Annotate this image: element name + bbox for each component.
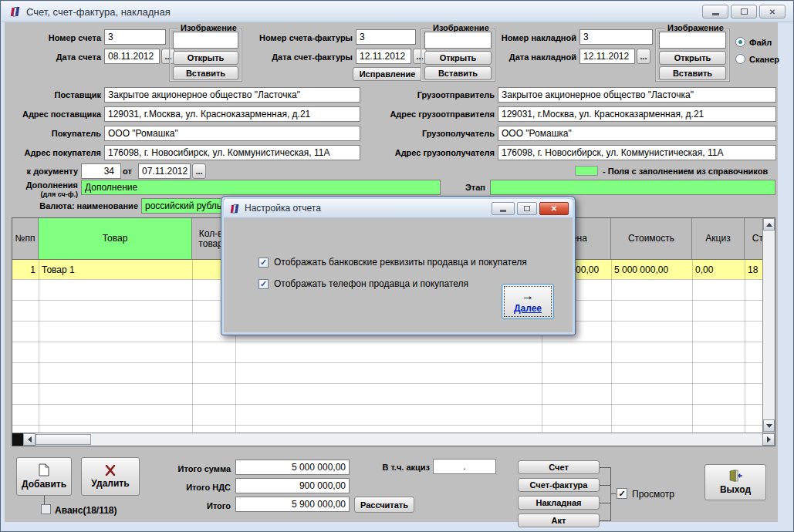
dialog-title: Настройка отчета (245, 203, 321, 214)
bracket-line (610, 467, 611, 521)
cell-product: Товар 1 (42, 260, 75, 280)
waybill-image-open-button[interactable]: Открыть (659, 51, 726, 65)
exit-button[interactable]: Выход (704, 464, 766, 500)
bracket-line (600, 467, 610, 468)
preview-checkbox[interactable]: ✓ (617, 488, 627, 499)
cell-rate: 18 (748, 260, 758, 280)
supplier-address-label: Адрес поставщика (5, 106, 101, 122)
additions-input[interactable]: Дополнение (81, 180, 441, 195)
arrow-right-icon: → (522, 290, 534, 302)
supplier-address-input[interactable]: 129031, г.Москва, ул. Красноказарменная,… (104, 106, 360, 122)
total-vat-label: Итого НДС (124, 480, 231, 495)
facture-image-paste-button[interactable]: Вставить (424, 66, 492, 80)
shipper-input[interactable]: Закрытое акционерное общество "Ласточка" (498, 87, 776, 103)
invoice-image-paste-button[interactable]: Вставить (173, 66, 238, 80)
scroll-up-button[interactable] (763, 218, 775, 231)
cell-excise: 0,00 (695, 260, 713, 280)
phone-checkbox[interactable]: ✓ (258, 279, 269, 289)
supplier-label: Поставщик (5, 87, 101, 103)
to-document-number-input[interactable]: 34 (81, 163, 121, 179)
facture-number-input[interactable]: 3 (356, 29, 416, 45)
facture-report-button[interactable]: Счет-фактура (518, 478, 600, 492)
total-vat-field[interactable]: 900 000,00 (235, 478, 350, 493)
radio-dot-icon (738, 40, 742, 44)
consignee-address-label: Адрес грузополучателя (365, 145, 495, 160)
scroll-left-button[interactable] (23, 433, 35, 446)
source-file-radio[interactable] (735, 37, 745, 47)
window-controls: ✕ (702, 5, 786, 19)
shipper-address-input[interactable]: 129031, г.Москва, ул. Красноказарменная,… (498, 106, 776, 122)
invoice-number-label: Номер счета (8, 30, 101, 45)
add-button[interactable]: Добавить (16, 457, 72, 496)
invoice-number-input[interactable]: 3 (104, 29, 166, 45)
bank-details-checkbox[interactable]: ✓ (258, 258, 269, 268)
invoice-image-open-button[interactable]: Открыть (173, 51, 238, 65)
app-window: Счет, счет-фактура, накладная ✕ Номер сч… (0, 0, 794, 532)
waybill-report-button[interactable]: Накладная (518, 496, 600, 510)
consignee-input[interactable]: ООО "Ромашка" (498, 126, 776, 141)
scroll-down-button[interactable] (763, 419, 775, 432)
minimize-button[interactable] (702, 5, 728, 19)
facture-number-label: Номер счета-фактуры (246, 30, 353, 45)
facture-correction-button[interactable]: Исправление (353, 67, 422, 81)
scroll-right-button[interactable] (762, 433, 775, 446)
dialog-maximize-button[interactable] (517, 202, 537, 215)
vertical-scrollbar[interactable] (762, 218, 775, 433)
horizontal-scrollbar[interactable] (12, 433, 775, 446)
to-document-date-input[interactable]: 07.11.2012 (138, 163, 191, 179)
buyer-input[interactable]: ООО "Ромашка" (104, 126, 360, 141)
col-header-num[interactable]: №пп (12, 218, 39, 260)
arrow-down-icon (766, 424, 772, 428)
invoice-date-input[interactable]: 08.11.2012 (104, 49, 160, 64)
bracket-line (600, 503, 610, 503)
supplier-input[interactable]: Закрытое акционерное общество "Ласточка" (104, 87, 360, 103)
dialog-minimize-button[interactable] (492, 202, 515, 215)
advance-checkbox[interactable] (41, 504, 51, 514)
bank-details-label: Отображать банковские реквизиты продавца… (274, 257, 527, 268)
consignee-label: Грузополучатель (365, 126, 495, 141)
maximize-button[interactable] (731, 5, 757, 19)
waybill-number-label: Номер накладной (473, 30, 576, 45)
dialog-close-button[interactable]: ✕ (539, 202, 569, 215)
calculate-button[interactable]: Рассчитать (354, 497, 414, 513)
invoice-report-button[interactable]: Счет (518, 460, 600, 474)
titlebar[interactable]: Счет, счет-фактура, накладная ✕ (2, 2, 794, 22)
act-report-button[interactable]: Акт (518, 513, 600, 527)
col-header-excise[interactable]: Акциз (692, 218, 745, 260)
stage-input[interactable] (490, 180, 775, 195)
buyer-address-input[interactable]: 176098, г. Новосибирск, ул. Коммунистиче… (104, 145, 360, 160)
excise-field[interactable]: . (433, 459, 496, 474)
delete-icon (104, 465, 117, 476)
waybill-date-browse-button[interactable]: ... (637, 49, 650, 64)
buyer-address-label: Адрес покупателя (5, 145, 101, 160)
close-icon: ✕ (769, 8, 775, 16)
advance-connector-line (44, 496, 45, 504)
consignee-address-input[interactable]: 176098, г. Новосибирск, ул. Коммунистиче… (498, 145, 776, 160)
waybill-date-input[interactable]: 12.11.2012 (579, 49, 635, 64)
to-document-browse-button[interactable]: ... (192, 163, 206, 179)
legend-text: - Поля с заполнением из справочников (603, 163, 777, 179)
arrow-right-icon (767, 436, 771, 443)
next-button[interactable]: → Далее (502, 284, 554, 319)
currency-label: Валюта: наименование (5, 198, 138, 214)
minimize-icon (500, 210, 506, 212)
arrow-left-icon (28, 436, 32, 443)
waybill-image-paste-button[interactable]: Вставить (659, 66, 726, 80)
dialog-titlebar[interactable]: Настройка отчета ✕ (224, 199, 573, 218)
col-header-cost[interactable]: Стоимость (611, 218, 692, 260)
total-field[interactable]: 5 900 000,00 (235, 497, 350, 512)
source-scanner-radio[interactable] (735, 54, 745, 64)
stage-label: Этап (451, 180, 485, 195)
col-header-product[interactable]: Товар (39, 218, 192, 260)
total-sum-field[interactable]: 5 000 000,00 (235, 460, 350, 475)
waybill-date-label: Дата накладной (473, 49, 576, 65)
total-sum-label: Итого сумма (124, 461, 231, 476)
close-button[interactable]: ✕ (759, 5, 786, 19)
hscroll-thumb[interactable] (35, 434, 91, 445)
waybill-number-input[interactable]: 3 (579, 29, 653, 45)
currency-input[interactable]: российский рубль (141, 198, 234, 214)
facture-date-label: Дата счет-фактуры (246, 49, 353, 65)
dialog-window-controls: ✕ (492, 202, 569, 215)
facture-date-input[interactable]: 12.11.2012 (356, 49, 411, 64)
cell-num: 1 (12, 260, 35, 280)
